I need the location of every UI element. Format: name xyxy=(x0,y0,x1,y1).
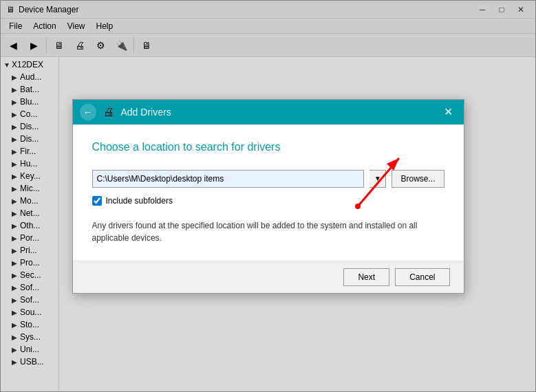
cancel-button[interactable]: Cancel xyxy=(395,268,449,286)
dialog-footer: Next Cancel xyxy=(73,261,464,293)
dialog-heading: Choose a location to search for drivers xyxy=(92,141,444,153)
dialog-close-button[interactable]: ✕ xyxy=(440,104,457,120)
path-dropdown-button[interactable]: ▼ xyxy=(369,170,386,188)
dialog-title: Add Drivers xyxy=(121,107,171,118)
info-text: Any drivers found at the specified locat… xyxy=(92,219,444,244)
next-button[interactable]: Next xyxy=(343,268,389,286)
driver-icon: 🖨 xyxy=(103,106,114,118)
dialog-back-button[interactable]: ← xyxy=(80,104,96,120)
path-input[interactable] xyxy=(92,170,365,188)
add-drivers-dialog: ← 🖨 Add Drivers ✕ Choose a location to s… xyxy=(72,99,464,294)
dialog-titlebar-left: ← 🖨 Add Drivers xyxy=(80,104,171,120)
include-subfolders-label[interactable]: Include subfolders xyxy=(106,196,173,206)
browse-button[interactable]: Browse... xyxy=(392,170,444,188)
dialog-titlebar: ← 🖨 Add Drivers ✕ xyxy=(73,100,464,124)
dialog-body: Choose a location to search for drivers … xyxy=(73,124,464,261)
checkbox-row: Include subfolders xyxy=(92,196,444,206)
dialog-overlay: ← 🖨 Add Drivers ✕ Choose a location to s… xyxy=(0,0,536,392)
path-row: ▼ Browse... xyxy=(92,170,444,188)
include-subfolders-checkbox[interactable] xyxy=(92,196,102,206)
